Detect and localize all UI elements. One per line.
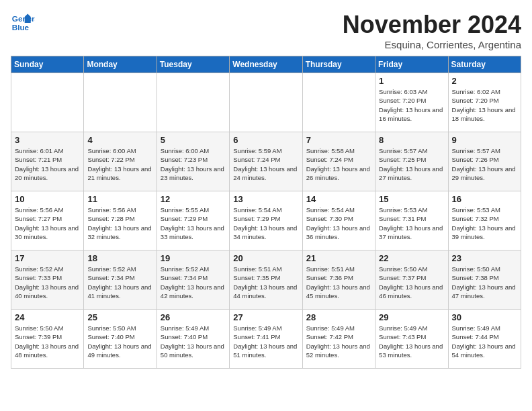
table-row: 30Sunrise: 5:49 AM Sunset: 7:44 PM Dayli… — [448, 310, 521, 369]
title-block: November 2024 Esquina, Corrientes, Argen… — [343, 11, 521, 50]
day-info: Sunrise: 5:49 AM Sunset: 7:44 PM Dayligh… — [452, 324, 517, 359]
day-number: 20 — [233, 253, 298, 263]
day-info: Sunrise: 5:58 AM Sunset: 7:24 PM Dayligh… — [306, 146, 371, 182]
table-row: 18Sunrise: 5:52 AM Sunset: 7:34 PM Dayli… — [84, 250, 157, 310]
table-row: 16Sunrise: 5:53 AM Sunset: 7:32 PM Dayli… — [448, 191, 521, 250]
table-row: 3Sunrise: 6:01 AM Sunset: 7:21 PM Daylig… — [11, 132, 84, 191]
header: General Blue November 2024 Esquina, Corr… — [11, 11, 521, 50]
table-row: 13Sunrise: 5:54 AM Sunset: 7:29 PM Dayli… — [230, 191, 302, 250]
table-row: 12Sunrise: 5:55 AM Sunset: 7:29 PM Dayli… — [157, 191, 229, 250]
day-info: Sunrise: 5:52 AM Sunset: 7:34 PM Dayligh… — [161, 265, 226, 300]
header-tuesday: Tuesday — [157, 56, 229, 73]
header-monday: Monday — [84, 56, 157, 73]
table-row: 9Sunrise: 5:57 AM Sunset: 7:26 PM Daylig… — [448, 132, 521, 191]
calendar-week-row: 10Sunrise: 5:56 AM Sunset: 7:27 PM Dayli… — [11, 191, 521, 250]
day-number: 29 — [379, 312, 444, 322]
table-row: 25Sunrise: 5:50 AM Sunset: 7:40 PM Dayli… — [84, 310, 157, 369]
table-row — [84, 73, 157, 132]
day-info: Sunrise: 5:49 AM Sunset: 7:43 PM Dayligh… — [379, 324, 444, 359]
day-number: 26 — [161, 312, 226, 322]
calendar-header-row: Sunday Monday Tuesday Wednesday Thursday… — [11, 56, 521, 73]
day-number: 3 — [15, 135, 80, 145]
header-sunday: Sunday — [11, 56, 84, 73]
day-info: Sunrise: 5:54 AM Sunset: 7:29 PM Dayligh… — [233, 205, 298, 241]
svg-text:Blue: Blue — [12, 23, 30, 32]
day-number: 30 — [452, 312, 517, 322]
day-number: 18 — [87, 253, 152, 263]
day-info: Sunrise: 5:52 AM Sunset: 7:34 PM Dayligh… — [87, 265, 152, 300]
day-info: Sunrise: 6:03 AM Sunset: 7:20 PM Dayligh… — [379, 87, 444, 123]
table-row: 20Sunrise: 5:51 AM Sunset: 7:35 PM Dayli… — [230, 250, 302, 310]
day-number: 23 — [452, 253, 517, 263]
day-number: 25 — [87, 312, 152, 322]
day-number: 2 — [452, 76, 517, 86]
day-number: 27 — [233, 312, 298, 322]
day-info: Sunrise: 5:50 AM Sunset: 7:39 PM Dayligh… — [15, 324, 80, 359]
calendar-title: November 2024 — [343, 11, 521, 39]
day-number: 22 — [379, 253, 444, 263]
table-row — [302, 73, 375, 132]
table-row: 10Sunrise: 5:56 AM Sunset: 7:27 PM Dayli… — [11, 191, 84, 250]
day-info: Sunrise: 5:49 AM Sunset: 7:42 PM Dayligh… — [306, 324, 371, 359]
day-info: Sunrise: 5:49 AM Sunset: 7:40 PM Dayligh… — [161, 324, 226, 359]
table-row: 21Sunrise: 5:51 AM Sunset: 7:36 PM Dayli… — [302, 250, 375, 310]
header-friday: Friday — [375, 56, 448, 73]
day-number: 4 — [87, 135, 152, 145]
header-thursday: Thursday — [302, 56, 375, 73]
day-number: 19 — [161, 253, 226, 263]
day-info: Sunrise: 5:59 AM Sunset: 7:24 PM Dayligh… — [233, 146, 298, 182]
calendar-week-row: 24Sunrise: 5:50 AM Sunset: 7:39 PM Dayli… — [11, 310, 521, 369]
table-row: 15Sunrise: 5:53 AM Sunset: 7:31 PM Dayli… — [375, 191, 448, 250]
day-number: 15 — [379, 194, 444, 204]
day-info: Sunrise: 5:50 AM Sunset: 7:40 PM Dayligh… — [87, 324, 152, 359]
day-info: Sunrise: 5:49 AM Sunset: 7:41 PM Dayligh… — [233, 324, 298, 359]
table-row: 14Sunrise: 5:54 AM Sunset: 7:30 PM Dayli… — [302, 191, 375, 250]
table-row: 6Sunrise: 5:59 AM Sunset: 7:24 PM Daylig… — [230, 132, 302, 191]
table-row: 11Sunrise: 5:56 AM Sunset: 7:28 PM Dayli… — [84, 191, 157, 250]
table-row: 23Sunrise: 5:50 AM Sunset: 7:38 PM Dayli… — [448, 250, 521, 310]
day-info: Sunrise: 5:56 AM Sunset: 7:27 PM Dayligh… — [15, 205, 80, 241]
calendar-week-row: 3Sunrise: 6:01 AM Sunset: 7:21 PM Daylig… — [11, 132, 521, 191]
day-number: 1 — [379, 76, 444, 86]
day-number: 6 — [233, 135, 298, 145]
day-info: Sunrise: 5:56 AM Sunset: 7:28 PM Dayligh… — [87, 205, 152, 241]
calendar-table: Sunday Monday Tuesday Wednesday Thursday… — [11, 56, 521, 369]
table-row: 26Sunrise: 5:49 AM Sunset: 7:40 PM Dayli… — [157, 310, 229, 369]
table-row: 27Sunrise: 5:49 AM Sunset: 7:41 PM Dayli… — [230, 310, 302, 369]
day-number: 12 — [161, 194, 226, 204]
day-number: 24 — [15, 312, 80, 322]
table-row: 19Sunrise: 5:52 AM Sunset: 7:34 PM Dayli… — [157, 250, 229, 310]
day-info: Sunrise: 6:02 AM Sunset: 7:20 PM Dayligh… — [452, 87, 517, 123]
table-row: 17Sunrise: 5:52 AM Sunset: 7:33 PM Dayli… — [11, 250, 84, 310]
table-row: 5Sunrise: 6:00 AM Sunset: 7:23 PM Daylig… — [157, 132, 229, 191]
table-row — [230, 73, 302, 132]
table-row: 2Sunrise: 6:02 AM Sunset: 7:20 PM Daylig… — [448, 73, 521, 132]
day-number: 16 — [452, 194, 517, 204]
day-number: 5 — [161, 135, 226, 145]
table-row: 4Sunrise: 6:00 AM Sunset: 7:22 PM Daylig… — [84, 132, 157, 191]
calendar-week-row: 1Sunrise: 6:03 AM Sunset: 7:20 PM Daylig… — [11, 73, 521, 132]
day-number: 9 — [452, 135, 517, 145]
day-info: Sunrise: 5:57 AM Sunset: 7:25 PM Dayligh… — [379, 146, 444, 182]
day-info: Sunrise: 6:00 AM Sunset: 7:22 PM Dayligh… — [87, 146, 152, 182]
day-number: 28 — [306, 312, 371, 322]
table-row: 29Sunrise: 5:49 AM Sunset: 7:43 PM Dayli… — [375, 310, 448, 369]
day-number: 8 — [379, 135, 444, 145]
table-row: 24Sunrise: 5:50 AM Sunset: 7:39 PM Dayli… — [11, 310, 84, 369]
day-number: 7 — [306, 135, 371, 145]
svg-text:General: General — [12, 14, 35, 23]
table-row: 28Sunrise: 5:49 AM Sunset: 7:42 PM Dayli… — [302, 310, 375, 369]
calendar-week-row: 17Sunrise: 5:52 AM Sunset: 7:33 PM Dayli… — [11, 250, 521, 310]
table-row: 7Sunrise: 5:58 AM Sunset: 7:24 PM Daylig… — [302, 132, 375, 191]
day-info: Sunrise: 5:53 AM Sunset: 7:31 PM Dayligh… — [379, 205, 444, 241]
day-info: Sunrise: 5:53 AM Sunset: 7:32 PM Dayligh… — [452, 205, 517, 241]
day-number: 10 — [15, 194, 80, 204]
day-info: Sunrise: 5:54 AM Sunset: 7:30 PM Dayligh… — [306, 205, 371, 241]
table-row — [157, 73, 229, 132]
header-wednesday: Wednesday — [230, 56, 302, 73]
table-row: 1Sunrise: 6:03 AM Sunset: 7:20 PM Daylig… — [375, 73, 448, 132]
calendar-subtitle: Esquina, Corrientes, Argentina — [343, 39, 521, 50]
table-row: 8Sunrise: 5:57 AM Sunset: 7:25 PM Daylig… — [375, 132, 448, 191]
day-number: 11 — [87, 194, 152, 204]
day-info: Sunrise: 5:50 AM Sunset: 7:38 PM Dayligh… — [452, 265, 517, 300]
